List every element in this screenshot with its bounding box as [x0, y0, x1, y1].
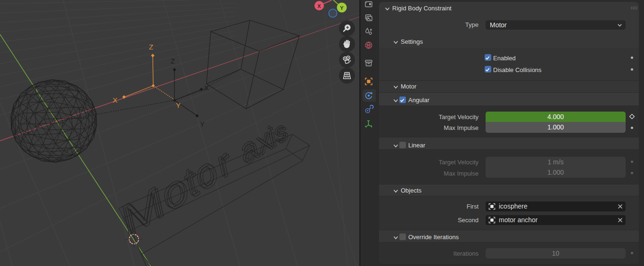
- svg-text:Y: Y: [200, 120, 205, 128]
- svg-text:Z: Z: [171, 57, 175, 65]
- svg-text:Z: Z: [149, 43, 153, 51]
- svg-text:X: X: [113, 96, 117, 104]
- svg-text:X: X: [317, 3, 321, 9]
- svg-text:Y: Y: [176, 101, 181, 109]
- svg-text:Y: Y: [340, 5, 344, 11]
- svg-text:X: X: [204, 84, 209, 92]
